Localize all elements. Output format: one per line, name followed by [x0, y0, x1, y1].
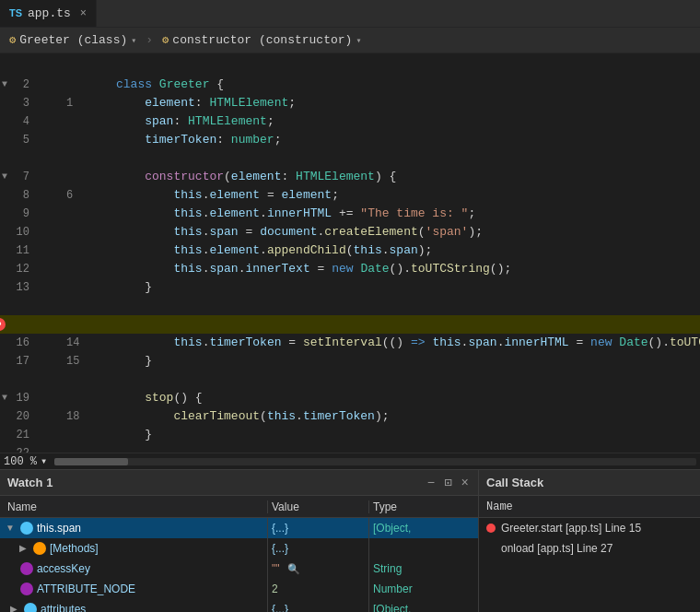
watch-cell-type-2: String: [368, 559, 478, 579]
code-line-18: ▼ 18 stop() {: [0, 371, 700, 389]
line-content-15: this.timerToken = setInterval(() => this…: [37, 315, 700, 334]
line-gutter-14: ▼ 14: [0, 297, 37, 315]
watch-row-4[interactable]: ▶ attributes {...} [Object,: [0, 599, 478, 612]
watch-cell-name-3: ATTRIBUTE_NODE: [0, 579, 267, 599]
watch-type-0: [Object,: [373, 518, 411, 538]
line-gutter-8: 8: [0, 186, 37, 205]
line-content-21: [37, 426, 700, 444]
watch-panel: Watch 1 − ⊡ × Name Value Type ▼ this.spa…: [0, 470, 479, 612]
code-line-5: 5: [0, 131, 700, 149]
class-icon-right: ⚙: [162, 33, 169, 47]
watch-cell-value-0: {...}: [267, 518, 368, 538]
code-line-11: 11 this.span.innerText = new Date().toUT…: [0, 241, 700, 260]
tab-filename: app.ts: [28, 6, 71, 20]
line-content-12: }: [37, 260, 700, 278]
line-gutter-13: 13: [0, 278, 37, 297]
line-gutter-2: 2: [0, 76, 37, 94]
watch-name-4: attributes: [41, 599, 86, 612]
watch-value-3: 2: [272, 579, 278, 599]
breadcrumb-left[interactable]: ⚙ Greeter (class) ▾: [9, 33, 136, 47]
code-line-21: 21: [0, 426, 700, 444]
line-gutter-10: 10: [0, 223, 37, 241]
watch-row-2[interactable]: accessKey "" 🔍 String: [0, 559, 478, 579]
breadcrumb-separator: ›: [146, 33, 153, 47]
line-gutter-5: 5: [0, 131, 37, 149]
watch-icon-0: [20, 522, 33, 535]
code-line-19: 19 clearTimeout(this.timerToken);: [0, 389, 700, 407]
watch-pin-btn[interactable]: ⊡: [442, 473, 453, 492]
line-content-13: [37, 278, 700, 297]
breadcrumb-left-label: Greeter (class): [19, 33, 127, 47]
editor-container: ▼ 1 class Greeter { 2 element: HTMLEleme…: [0, 53, 700, 469]
code-line-14: ▼ 14 start() {: [0, 297, 700, 315]
line-gutter-11: 11: [0, 241, 37, 260]
line-content-22: }: [37, 444, 700, 453]
zoom-arrow: ▾: [41, 454, 47, 468]
breadcrumb-dropdown-arrow-right: ▾: [356, 35, 361, 46]
watch-cell-type-4: [Object,: [368, 599, 478, 612]
code-line-6: ▼ 6 constructor(element: HTMLElement) {: [0, 149, 700, 168]
code-line-22: 22 }: [0, 444, 700, 453]
watch-name-2: accessKey: [37, 559, 90, 579]
line-content-6: constructor(element: HTMLElement) {: [37, 149, 700, 168]
watch-row-0[interactable]: ▼ this.span {...} [Object,: [0, 518, 478, 538]
watch-minimize-btn[interactable]: −: [426, 474, 437, 492]
code-line-17: 17: [0, 352, 700, 371]
editor-scroll-area[interactable]: ▼ 1 class Greeter { 2 element: HTMLEleme…: [0, 53, 700, 453]
line-content-10: this.element.appendChild(this.span);: [37, 223, 700, 241]
ts-file-icon: TS: [9, 7, 22, 20]
breadcrumb-dropdown-arrow-left: ▾: [131, 35, 136, 46]
breadcrumb-right[interactable]: ⚙ constructor (constructor) ▾: [162, 33, 361, 47]
callstack-content: Greeter.start [app.ts] Line 15 onload [a…: [479, 518, 700, 612]
code-line-10: 10 this.element.appendChild(this.span);: [0, 223, 700, 241]
watch-panel-header: Watch 1 − ⊡ ×: [0, 470, 478, 496]
line-content-5: [37, 131, 700, 149]
line-gutter-22: 22: [0, 444, 37, 453]
line-gutter-19: 19: [0, 389, 37, 407]
watch-cell-name-2: accessKey: [0, 559, 267, 579]
line-gutter-21: 21: [0, 426, 37, 444]
watch-row-1[interactable]: ▶ [Methods] {...}: [0, 538, 478, 559]
watch-cell-value-2: "" 🔍: [267, 559, 368, 579]
line-gutter-17: 17: [0, 352, 37, 371]
zoom-control[interactable]: 100 % ▾: [4, 454, 47, 468]
line-content-9: this.span = document.createElement('span…: [37, 205, 700, 223]
line-gutter-3: 3: [0, 94, 37, 112]
horizontal-scrollbar[interactable]: [54, 458, 696, 465]
breadcrumb-right-label: constructor (constructor): [172, 33, 352, 47]
line-gutter-4: 4: [0, 112, 37, 131]
watch-value-0: {...}: [272, 518, 288, 538]
line-content-18: stop() {: [37, 371, 700, 389]
expand-arrow-4[interactable]: ▶: [7, 599, 20, 612]
line-content-7: this.element = element;: [37, 168, 700, 186]
expand-arrow-0[interactable]: ▼: [4, 518, 17, 538]
line-gutter-18: ▼ 18: [0, 371, 37, 389]
watch-row-3[interactable]: ATTRIBUTE_NODE 2 Number: [0, 579, 478, 599]
watch-col-type: Type: [368, 500, 478, 513]
callstack-row-1[interactable]: onload [app.ts] Line 27: [479, 538, 700, 559]
class-icon-left: ⚙: [9, 33, 16, 47]
code-line-3: 3 span: HTMLElement;: [0, 94, 700, 112]
watch-cell-type-0: [Object,: [368, 518, 478, 538]
line-content-14: start() {: [37, 297, 700, 315]
callstack-spacer-1: [486, 544, 496, 553]
watch-name-3: ATTRIBUTE_NODE: [37, 579, 135, 599]
watch-value-2: "": [272, 559, 280, 579]
expand-arrow-1[interactable]: ▶: [17, 538, 29, 559]
search-icon-watch[interactable]: 🔍: [287, 559, 300, 579]
tab-close-button[interactable]: ×: [80, 7, 87, 20]
tab-app-ts[interactable]: TS app.ts ×: [0, 0, 97, 27]
zoom-level: 100 %: [4, 455, 37, 468]
watch-close-btn[interactable]: ×: [460, 474, 471, 492]
line-content-2: element: HTMLElement;: [37, 76, 700, 94]
line-gutter-15: ● 15: [0, 315, 37, 334]
watch-cell-value-3: 2: [267, 579, 368, 599]
callstack-col-header: Name: [479, 496, 700, 518]
code-line-7: 7 this.element = element;: [0, 168, 700, 186]
watch-col-value: Value: [267, 500, 368, 513]
callstack-row-0[interactable]: Greeter.start [app.ts] Line 15: [479, 518, 700, 538]
watch-type-3: Number: [373, 579, 413, 599]
bottom-panels: Watch 1 − ⊡ × Name Value Type ▼ this.spa…: [0, 469, 700, 612]
code-area: ▼ 1 class Greeter { 2 element: HTMLEleme…: [0, 57, 700, 453]
watch-icon-2: [20, 562, 33, 575]
